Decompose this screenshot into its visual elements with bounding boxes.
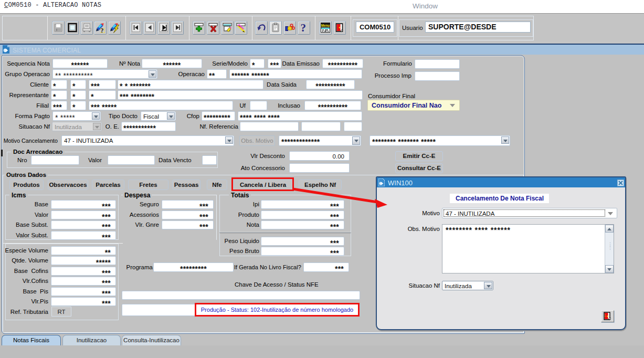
svg-text:?: ? bbox=[301, 22, 307, 34]
svg-text:?: ? bbox=[101, 27, 104, 34]
svg-text:Menu: Menu bbox=[321, 23, 330, 28]
